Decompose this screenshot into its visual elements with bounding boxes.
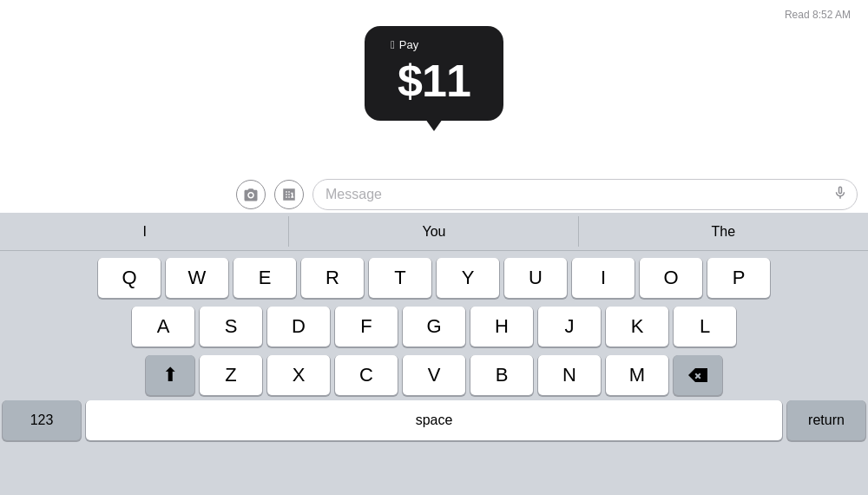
key-x[interactable]: X bbox=[267, 355, 330, 395]
delete-key[interactable] bbox=[674, 355, 722, 395]
apple-pay-label: Pay bbox=[399, 38, 418, 51]
suggestions-bar: I You The bbox=[0, 213, 868, 251]
apple-pay-header:  Pay bbox=[391, 38, 477, 51]
message-placeholder: Message bbox=[326, 187, 382, 201]
keyboard: I You The Q W E R T Y U I O P A S D F G … bbox=[0, 213, 868, 495]
mic-icon bbox=[832, 185, 848, 201]
key-u[interactable]: U bbox=[504, 258, 567, 298]
key-n[interactable]: N bbox=[538, 355, 601, 395]
appstore-icon bbox=[281, 187, 297, 202]
space-key[interactable]: space bbox=[86, 400, 782, 440]
input-bar: Message bbox=[226, 172, 868, 217]
key-m[interactable]: M bbox=[606, 355, 668, 395]
key-j[interactable]: J bbox=[538, 307, 601, 346]
key-s[interactable]: S bbox=[200, 307, 262, 346]
suggestion-the[interactable]: The bbox=[579, 213, 868, 250]
key-y[interactable]: Y bbox=[437, 258, 499, 298]
apple-pay-bubble[interactable]:  Pay $11 bbox=[365, 26, 503, 121]
key-v[interactable]: V bbox=[403, 355, 465, 395]
return-key[interactable]: return bbox=[787, 400, 865, 440]
shift-key[interactable]: ⬆ bbox=[146, 355, 194, 395]
key-c[interactable]: C bbox=[335, 355, 398, 395]
key-l[interactable]: L bbox=[674, 307, 736, 346]
key-g[interactable]: G bbox=[403, 307, 465, 346]
key-k[interactable]: K bbox=[606, 307, 668, 346]
key-z[interactable]: Z bbox=[200, 355, 262, 395]
key-w[interactable]: W bbox=[166, 258, 228, 298]
key-row-2: A S D F G H J K L bbox=[3, 307, 865, 346]
key-o[interactable]: O bbox=[640, 258, 702, 298]
suggestion-i[interactable]: I bbox=[0, 213, 289, 250]
shift-icon: ⬆ bbox=[162, 364, 178, 386]
appstore-button[interactable] bbox=[274, 180, 304, 209]
key-a[interactable]: A bbox=[132, 307, 194, 346]
key-f[interactable]: F bbox=[335, 307, 398, 346]
key-h[interactable]: H bbox=[470, 307, 533, 346]
apple-pay-amount: $11 bbox=[391, 58, 477, 103]
bottom-bar: 123 space return bbox=[0, 400, 868, 449]
mic-button[interactable] bbox=[832, 185, 848, 204]
key-p[interactable]: P bbox=[707, 258, 770, 298]
key-q[interactable]: Q bbox=[98, 258, 161, 298]
key-b[interactable]: B bbox=[470, 355, 533, 395]
message-area:  Pay $11 bbox=[0, 26, 868, 121]
key-i[interactable]: I bbox=[572, 258, 635, 298]
key-e[interactable]: E bbox=[233, 258, 296, 298]
key-d[interactable]: D bbox=[267, 307, 330, 346]
apple-logo-icon:  bbox=[391, 38, 395, 51]
suggestion-you[interactable]: You bbox=[289, 213, 578, 250]
message-input[interactable]: Message bbox=[312, 179, 858, 210]
num-key[interactable]: 123 bbox=[3, 400, 81, 440]
key-row-3: ⬆ Z X C V B N M bbox=[3, 355, 865, 395]
key-t[interactable]: T bbox=[369, 258, 431, 298]
key-rows: Q W E R T Y U I O P A S D F G H J K L ⬆ bbox=[0, 251, 868, 399]
camera-button[interactable] bbox=[236, 180, 266, 209]
delete-icon bbox=[687, 367, 708, 383]
camera-icon bbox=[243, 187, 259, 202]
read-timestamp: Read 8:52 AM bbox=[785, 9, 851, 21]
key-r[interactable]: R bbox=[301, 258, 364, 298]
key-row-1: Q W E R T Y U I O P bbox=[3, 258, 865, 298]
